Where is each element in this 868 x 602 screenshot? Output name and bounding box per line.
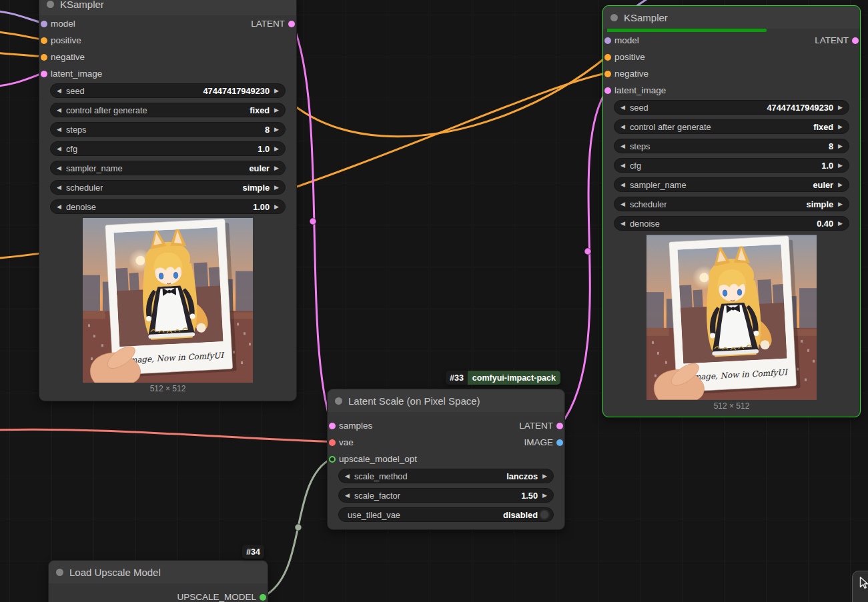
collapse-dot-icon[interactable] (47, 1, 54, 8)
increment-arrow-icon[interactable]: ▶ (838, 124, 843, 130)
increment-arrow-icon[interactable]: ▶ (274, 88, 279, 94)
increment-arrow-icon[interactable]: ▶ (838, 221, 843, 227)
decrement-arrow-icon[interactable]: ◀ (345, 473, 350, 479)
widget-value: disabled (503, 510, 538, 520)
widget-control-after-generate[interactable]: ◀ control after generate fixed ▶ (614, 119, 849, 134)
node-titlebar[interactable]: KSampler (39, 0, 296, 15)
decrement-arrow-icon[interactable]: ◀ (57, 127, 61, 133)
collapse-dot-icon[interactable] (335, 397, 342, 405)
increment-arrow-icon[interactable]: ▶ (274, 185, 279, 191)
widget-cfg[interactable]: ◀ cfg 1.0 ▶ (50, 141, 286, 156)
increment-arrow-icon[interactable]: ▶ (838, 201, 843, 207)
input-label-samples: samples (339, 421, 372, 431)
input-port-model[interactable] (604, 37, 611, 44)
widget-scheduler[interactable]: ◀ scheduler simple ▶ (50, 180, 286, 195)
widget-sampler-name[interactable]: ◀ sampler_name euler ▶ (614, 177, 849, 192)
node-titlebar[interactable]: Load Upscale Model (49, 561, 268, 583)
decrement-arrow-icon[interactable]: ◀ (620, 182, 625, 188)
increment-arrow-icon[interactable]: ▶ (274, 146, 279, 152)
decrement-arrow-icon[interactable]: ◀ (57, 165, 61, 171)
input-port-upscale-model-opt[interactable] (329, 456, 336, 463)
increment-arrow-icon[interactable]: ▶ (274, 127, 279, 133)
widget-steps[interactable]: ◀ steps 8 ▶ (50, 122, 286, 137)
output-port-latent[interactable] (288, 21, 295, 27)
node-latent-scale[interactable]: Latent Scale (on Pixel Space) samples LA… (327, 389, 565, 530)
widget-use-tiled-vae[interactable]: use_tiled_vae disabled (338, 507, 554, 522)
widget-control-after-generate[interactable]: ◀ control after generate fixed ▶ (50, 103, 286, 117)
decrement-arrow-icon[interactable]: ◀ (620, 143, 625, 149)
input-label-latent-image: latent_image (51, 69, 102, 79)
decrement-arrow-icon[interactable]: ◀ (620, 201, 625, 207)
toggle-knob[interactable] (539, 509, 550, 520)
link-dot-latent-1[interactable] (310, 218, 316, 225)
decrement-arrow-icon[interactable]: ◀ (620, 105, 625, 111)
widget-sampler-name[interactable]: ◀ sampler_name euler ▶ (50, 161, 286, 175)
output-port-image[interactable] (556, 439, 563, 446)
decrement-arrow-icon[interactable]: ◀ (57, 88, 61, 94)
preview-image[interactable] (83, 218, 253, 383)
input-port-negative[interactable] (41, 54, 47, 61)
widget-seed[interactable]: ◀ seed 47447417949230 ▶ (50, 83, 286, 98)
increment-arrow-icon[interactable]: ▶ (274, 165, 279, 171)
widget-seed[interactable]: ◀ seed 47447417949230 ▶ (614, 100, 849, 115)
widget-label: control after generate (630, 122, 711, 132)
decrement-arrow-icon[interactable]: ◀ (57, 185, 61, 191)
port-row-upscale-model: UPSCALE_MODEL (49, 589, 268, 602)
widget-scale-factor[interactable]: ◀ scale_factor 1.50 ▶ (338, 488, 554, 503)
link-dot-upscale[interactable] (295, 524, 302, 531)
collapse-dot-icon[interactable] (56, 569, 63, 576)
input-port-negative[interactable] (604, 71, 611, 77)
decrement-arrow-icon[interactable]: ◀ (620, 221, 625, 227)
widget-label: sampler_name (630, 180, 687, 190)
link-dot-latent-2[interactable] (584, 248, 591, 255)
increment-arrow-icon[interactable]: ▶ (274, 204, 279, 210)
increment-arrow-icon[interactable]: ▶ (542, 493, 547, 499)
input-port-samples[interactable] (329, 423, 336, 429)
badge-id: #33 (446, 371, 468, 385)
node-ksampler-2[interactable]: KSampler model LATENT positive negative (602, 5, 861, 417)
input-label-positive: positive (51, 35, 81, 45)
output-port-latent[interactable] (556, 423, 563, 429)
graph-canvas[interactable]: KSampler model LATENT positive negative … (0, 0, 868, 602)
widget-label: seed (66, 86, 85, 96)
input-port-latent-image[interactable] (604, 87, 611, 94)
collapse-dot-icon[interactable] (610, 14, 618, 21)
widget-label: cfg (630, 161, 641, 171)
decrement-arrow-icon[interactable]: ◀ (57, 107, 61, 113)
input-port-positive[interactable] (604, 54, 611, 61)
widget-denoise[interactable]: ◀ denoise 1.00 ▶ (50, 199, 286, 214)
increment-arrow-icon[interactable]: ▶ (542, 473, 547, 479)
input-port-model[interactable] (41, 21, 47, 27)
increment-arrow-icon[interactable]: ▶ (838, 143, 843, 149)
decrement-arrow-icon[interactable]: ◀ (57, 204, 61, 210)
node-titlebar[interactable]: KSampler (603, 6, 860, 29)
widget-scheduler[interactable]: ◀ scheduler simple ▶ (614, 197, 849, 211)
cursor-tool-icon[interactable] (857, 575, 868, 590)
widget-scale-method[interactable]: ◀ scale_method lanczos ▶ (338, 469, 554, 483)
input-port-latent-image[interactable] (41, 71, 47, 77)
input-port-positive[interactable] (41, 37, 47, 44)
widget-steps[interactable]: ◀ steps 8 ▶ (614, 139, 849, 153)
increment-arrow-icon[interactable]: ▶ (838, 163, 843, 169)
node-title: Latent Scale (on Pixel Space) (348, 395, 480, 407)
decrement-arrow-icon[interactable]: ◀ (57, 146, 61, 152)
widget-denoise[interactable]: ◀ denoise 0.40 ▶ (614, 216, 849, 231)
node-titlebar[interactable]: Latent Scale (on Pixel Space) (328, 389, 564, 412)
decrement-arrow-icon[interactable]: ◀ (620, 124, 625, 130)
increment-arrow-icon[interactable]: ▶ (838, 105, 843, 111)
widget-list: ◀ scale_method lanczos ▶ ◀ scale_factor … (328, 469, 564, 522)
output-port-upscale-model[interactable] (260, 594, 266, 601)
node-ksampler-1[interactable]: KSampler model LATENT positive negative … (39, 0, 297, 401)
widget-value: lanczos (506, 471, 538, 481)
input-port-vae[interactable] (329, 439, 336, 446)
increment-arrow-icon[interactable]: ▶ (838, 182, 843, 188)
output-port-latent[interactable] (852, 37, 859, 44)
decrement-arrow-icon[interactable]: ◀ (345, 493, 350, 499)
canvas-toolbox[interactable] (852, 571, 868, 602)
widget-cfg[interactable]: ◀ cfg 1.0 ▶ (614, 158, 849, 173)
node-load-upscale-model[interactable]: Load Upscale Model UPSCALE_MODEL (48, 560, 268, 602)
preview-image[interactable] (646, 235, 817, 400)
increment-arrow-icon[interactable]: ▶ (274, 107, 279, 113)
decrement-arrow-icon[interactable]: ◀ (620, 163, 625, 169)
port-rows: UPSCALE_MODEL (49, 583, 268, 602)
